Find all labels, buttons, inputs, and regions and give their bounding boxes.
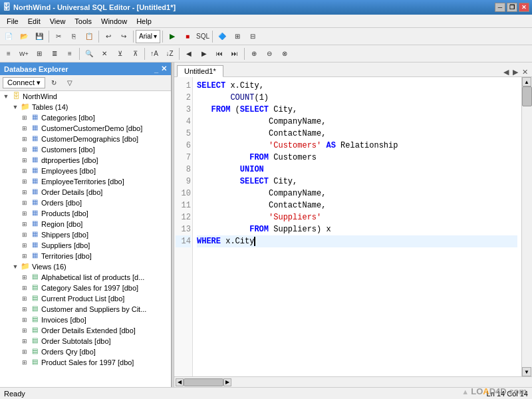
tables-folder[interactable]: ▼ 📁 Tables (14) [0, 102, 171, 112]
filter-btn2[interactable]: ✕ [97, 47, 112, 61]
stop-button[interactable]: ■ [180, 29, 195, 44]
nav-prev[interactable]: ◀ [502, 68, 510, 76]
db-btn1[interactable]: 🔷 [215, 29, 229, 44]
table-region[interactable]: ⊞ ▦ Region [dbo] [0, 219, 171, 229]
nav-next[interactable]: ▶ [511, 68, 519, 76]
view-categorySales[interactable]: ⊞ ▤ Category Sales for 1997 [dbo] [0, 283, 171, 293]
redo-button[interactable]: ↪ [116, 29, 131, 44]
nav-last-btn[interactable]: ⏭ [227, 47, 242, 61]
table-orderDetails[interactable]: ⊞ ▦ Order Details [dbo] [0, 187, 171, 198]
h-scroll-thumb[interactable] [184, 378, 223, 386]
views-folder-icon: 📁 [20, 262, 31, 271]
ln-11: 11 [176, 200, 191, 211]
minimize-button[interactable]: ─ [495, 3, 505, 12]
root-expander: ▼ [1, 93, 11, 100]
tab-untitled1[interactable]: Untitled1* [177, 65, 223, 77]
t-exp: ⊞ [20, 189, 29, 196]
scroll-left-btn[interactable]: ◀ [176, 378, 184, 386]
horizontal-scrollbar[interactable]: ◀ ▶ [174, 376, 532, 387]
restore-button[interactable]: ❐ [507, 3, 517, 12]
menu-file[interactable]: File [3, 16, 23, 27]
save-button[interactable]: 💾 [32, 29, 47, 44]
scroll-thumb[interactable] [522, 86, 532, 106]
close-button[interactable]: ✕ [519, 3, 529, 12]
view-currentProductList[interactable]: ⊞ ▤ Current Product List [dbo] [0, 293, 171, 304]
tables-label: Tables (14) [32, 103, 68, 111]
refresh-btn[interactable]: ↻ [47, 76, 61, 90]
scroll-down-btn[interactable]: ▼ [522, 367, 531, 376]
close-explorer-btn[interactable]: ✕ [161, 65, 167, 73]
filter-explorer-btn[interactable]: ▽ [63, 76, 77, 90]
table-dtproperties[interactable]: ⊞ ▦ dtproperties [dbo] [0, 155, 171, 166]
format-btn5[interactable]: ≡ [63, 47, 77, 61]
filter-btn3[interactable]: ⊻ [112, 47, 127, 61]
table-shippers[interactable]: ⊞ ▦ Shippers [dbo] [0, 229, 171, 240]
open-button[interactable]: 📂 [17, 29, 31, 44]
menu-edit[interactable]: Edit [24, 16, 45, 27]
copy-button[interactable]: ⎘ [66, 29, 81, 44]
nav-close[interactable]: ✕ [521, 68, 529, 76]
sort-asc-btn[interactable]: ↑A [147, 47, 162, 61]
table-employees[interactable]: ⊞ ▦ Employees [dbo] [0, 166, 171, 176]
vertical-scrollbar[interactable]: ▲ ▼ [521, 77, 532, 376]
view-invoices[interactable]: ⊞ ▤ Invoices [dbo] [0, 315, 171, 325]
menu-help[interactable]: Help [132, 16, 156, 27]
db-btn2[interactable]: ⊞ [230, 29, 245, 44]
t-exp: ⊞ [20, 178, 29, 185]
sort-desc-btn[interactable]: ↓Z [162, 47, 177, 61]
nav-next-btn[interactable]: ▶ [197, 47, 211, 61]
menu-window[interactable]: Window [97, 16, 131, 27]
db-btn3[interactable]: ⊟ [245, 29, 260, 44]
font-dropdown[interactable]: Arial ▾ [136, 30, 160, 43]
undo-button[interactable]: ↩ [101, 29, 116, 44]
nav-first-btn[interactable]: ⏮ [212, 47, 227, 61]
view-productSales[interactable]: ⊞ ▤ Product Sales for 1997 [dbo] [0, 357, 171, 368]
table-products[interactable]: ⊞ ▦ Products [dbo] [0, 208, 171, 219]
paste-button[interactable]: 📋 [82, 29, 96, 44]
table-icon: ▦ [29, 241, 40, 250]
format-btn2[interactable]: W+ [17, 47, 31, 61]
format-btn4[interactable]: ≣ [47, 47, 62, 61]
editor-nav: ◀ ▶ ✕ [502, 68, 529, 76]
view-customerSuppliers[interactable]: ⊞ ▤ Customer and Suppliers by Cit... [0, 304, 171, 315]
table-territories[interactable]: ⊞ ▦ Territories [dbo] [0, 251, 171, 261]
misc-btn2[interactable]: ⊖ [262, 47, 277, 61]
v-exp: ⊞ [20, 348, 29, 355]
execute-button[interactable]: ▶ [165, 29, 180, 44]
view-orderSubtotals[interactable]: ⊞ ▤ Order Subtotals [dbo] [0, 336, 171, 346]
filter-btn1[interactable]: 🔍 [82, 47, 96, 61]
view-orderDetailsExtended[interactable]: ⊞ ▤ Order Details Extended [dbo] [0, 325, 171, 336]
connect-button[interactable]: Connect ▾ [3, 77, 45, 88]
tree-root[interactable]: ▼ 🗄 NorthWind [0, 91, 171, 102]
view-alphabetical[interactable]: ⊞ ▤ Alphabetical list of products [d... [0, 272, 171, 283]
scroll-right-btn[interactable]: ▶ [223, 378, 231, 386]
ln-7: 7 [176, 152, 191, 164]
views-folder[interactable]: ▼ 📁 Views (16) [0, 261, 171, 272]
table-categories[interactable]: ⊞ ▦ Categories [dbo] [0, 112, 171, 123]
minimize-explorer-btn[interactable]: _ [154, 65, 158, 73]
view-ordersQry[interactable]: ⊞ ▤ Orders Qry [dbo] [0, 346, 171, 357]
format-btn1[interactable]: ≡ [1, 47, 16, 61]
scroll-up-btn[interactable]: ▲ [522, 77, 531, 86]
format-btn3[interactable]: ⊞ [32, 47, 47, 61]
menu-tools[interactable]: Tools [70, 16, 96, 27]
table-orders[interactable]: ⊞ ▦ Orders [dbo] [0, 198, 171, 208]
table-customers[interactable]: ⊞ ▦ Customers [dbo] [0, 144, 171, 155]
code-content[interactable]: SELECT x.City, COUNT(1) FROM (SELECT Cit… [193, 77, 521, 376]
menu-view[interactable]: View [46, 16, 70, 27]
scroll-track[interactable] [522, 86, 532, 367]
cut-button[interactable]: ✂ [51, 29, 66, 44]
status-ready: Ready [4, 390, 473, 398]
t-exp: ⊞ [20, 242, 29, 249]
table-customerCustomerDemo[interactable]: ⊞ ▦ CustomerCustomerDemo [dbo] [0, 123, 171, 134]
table-employeeTerritories[interactable]: ⊞ ▦ EmployeeTerritories [dbo] [0, 176, 171, 187]
nav-prev-btn[interactable]: ◀ [182, 47, 196, 61]
new-button[interactable]: 📄 [1, 29, 16, 44]
table-customerDemographics[interactable]: ⊞ ▦ CustomerDemographics [dbo] [0, 134, 171, 144]
misc-btn1[interactable]: ⊕ [247, 47, 261, 61]
table-label: Suppliers [dbo] [41, 241, 90, 249]
explain-button[interactable]: SQL [196, 29, 210, 44]
filter-btn4[interactable]: ⊼ [128, 47, 142, 61]
table-suppliers[interactable]: ⊞ ▦ Suppliers [dbo] [0, 240, 171, 251]
misc-btn3[interactable]: ⊗ [277, 47, 292, 61]
